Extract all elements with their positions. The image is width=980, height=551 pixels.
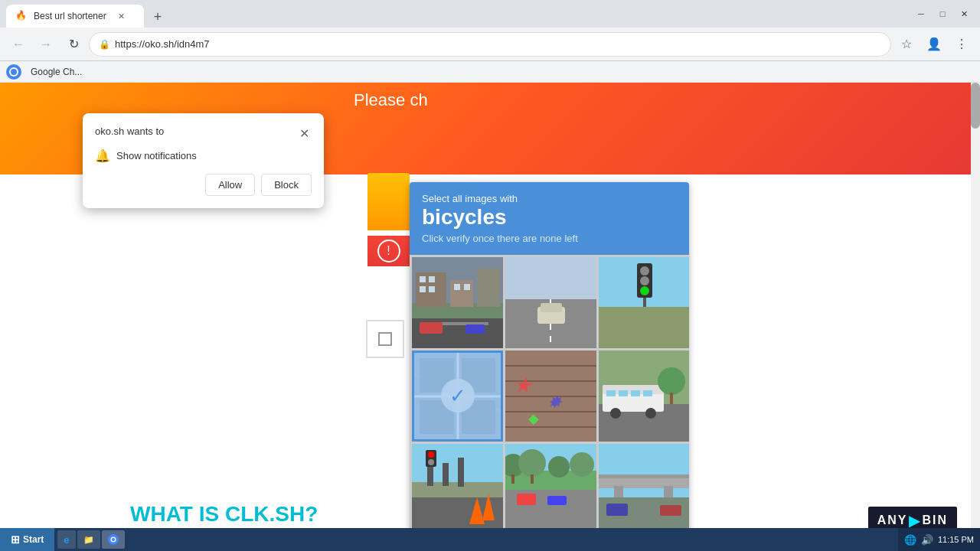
captcha-cell-7[interactable]: [412, 444, 503, 535]
svg-rect-83: [511, 474, 514, 484]
svg-text:★: ★: [513, 373, 534, 397]
clock: 11:15 PM: [938, 535, 974, 544]
svg-point-59: [645, 408, 656, 419]
tab-favicon: 🔥: [15, 10, 28, 22]
svg-rect-32: [412, 350, 503, 442]
svg-point-2: [11, 69, 17, 75]
svg-text:◆: ◆: [528, 411, 539, 426]
popup-close-button[interactable]: ✕: [296, 126, 312, 141]
svg-point-31: [641, 287, 648, 295]
svg-point-81: [548, 456, 570, 478]
what-is-heading: WHAT IS CLK.SH?: [130, 502, 318, 527]
captcha-cell-2[interactable]: [505, 257, 596, 348]
popup-content: 🔔 Show notifications: [95, 148, 312, 163]
captcha-cell-5[interactable]: ★ ✸ ◆: [505, 350, 596, 442]
svg-rect-78: [570, 494, 590, 505]
bell-icon: 🔔: [95, 148, 110, 163]
svg-rect-63: [412, 482, 503, 497]
popup-title: oko.sh wants to: [95, 126, 164, 137]
captcha-image-5: ★ ✸ ◆: [505, 350, 596, 442]
svg-rect-87: [599, 474, 689, 478]
captcha-subtext: Click verify once there are none left: [422, 233, 677, 244]
captcha-cell-1[interactable]: [412, 257, 503, 348]
browser-window: 🔥 Best url shortener ✕ + ─ □ ✕ ← → ↻ 🔒 h…: [0, 0, 980, 551]
chrome-taskbar-icon: [108, 534, 119, 545]
start-button[interactable]: ⊞ Start: [0, 528, 54, 551]
captcha-cell-3[interactable]: [599, 257, 689, 348]
svg-rect-92: [660, 505, 681, 516]
account-button[interactable]: 👤: [922, 32, 946, 57]
svg-rect-37: [462, 358, 495, 393]
popup-permission-text: Show notifications: [116, 150, 197, 161]
menu-button[interactable]: ⋮: [949, 32, 974, 57]
checkbox-area: [366, 320, 404, 358]
checkbox[interactable]: [378, 332, 392, 346]
svg-point-60: [658, 367, 685, 395]
svg-rect-13: [429, 286, 435, 292]
bookmark-button[interactable]: ☆: [894, 32, 919, 57]
notification-popup: oko.sh wants to ✕ 🔔 Show notifications A…: [83, 113, 324, 208]
svg-line-35: [412, 373, 503, 412]
captcha-image-7: [412, 444, 503, 535]
svg-rect-77: [547, 496, 567, 505]
please-text: Please ch: [354, 90, 428, 110]
taskbar-item-explorer[interactable]: 📁: [77, 530, 100, 549]
svg-rect-22: [541, 303, 562, 312]
lock-icon: 🔒: [99, 39, 110, 50]
start-label: Start: [23, 534, 44, 545]
svg-rect-84: [531, 474, 534, 484]
svg-point-82: [570, 452, 594, 477]
refresh-button[interactable]: ↻: [61, 32, 86, 57]
taskbar: ⊞ Start e 📁 🌐 🔊 11:15 PM: [0, 528, 980, 551]
tab-close-button[interactable]: ✕: [116, 10, 128, 22]
svg-rect-61: [670, 393, 673, 404]
block-button[interactable]: Block: [261, 174, 312, 196]
svg-rect-14: [454, 284, 460, 290]
title-bar: 🔥 Best url shortener ✕ + ─ □ ✕: [0, 0, 980, 28]
svg-point-80: [518, 449, 546, 477]
checkmark-overlay: ✓: [441, 379, 475, 412]
address-bar[interactable]: 🔒 https://oko.sh/idn4m7: [89, 32, 891, 57]
active-tab[interactable]: 🔥 Best url shortener ✕: [6, 5, 144, 28]
captcha-cell-4[interactable]: ✓: [412, 350, 503, 442]
logo-text: ANY: [877, 514, 908, 527]
svg-rect-9: [477, 269, 500, 307]
scrollbar[interactable]: [971, 83, 980, 549]
svg-rect-67: [458, 458, 464, 487]
close-button[interactable]: ✕: [954, 6, 974, 21]
svg-point-58: [610, 408, 621, 419]
svg-point-72: [428, 459, 434, 465]
svg-rect-25: [599, 307, 689, 348]
svg-rect-39: [462, 400, 495, 434]
maximize-button[interactable]: □: [933, 6, 952, 21]
banner-yellow: [368, 173, 410, 230]
forward-button[interactable]: →: [34, 32, 58, 57]
minimize-button[interactable]: ─: [911, 6, 931, 21]
svg-rect-57: [643, 390, 652, 396]
new-tab-button[interactable]: +: [147, 6, 168, 28]
svg-rect-17: [466, 324, 485, 334]
captcha-image-2: [505, 257, 596, 348]
captcha-image-3: [599, 257, 689, 348]
svg-rect-16: [420, 322, 443, 334]
captcha-subject: bicycles: [422, 206, 677, 230]
svg-point-29: [640, 276, 649, 285]
svg-rect-23: [505, 257, 596, 299]
taskbar-item-chrome[interactable]: [102, 530, 125, 549]
allow-button[interactable]: Allow: [205, 174, 255, 196]
svg-rect-15: [464, 284, 470, 290]
chrome-logo: [6, 63, 24, 81]
windows-icon: ⊞: [11, 533, 20, 546]
captcha-cell-9[interactable]: [599, 444, 689, 535]
window-controls: ─ □ ✕: [911, 6, 974, 21]
captcha-cell-8[interactable]: [505, 444, 596, 535]
svg-rect-76: [517, 494, 536, 505]
back-button[interactable]: ←: [6, 32, 31, 57]
scrollbar-thumb[interactable]: [971, 83, 980, 129]
logo-suffix: BIN: [922, 514, 948, 527]
captcha-image-8: [505, 444, 596, 535]
captcha-image-9: [599, 444, 689, 535]
taskbar-item-ie[interactable]: e: [57, 530, 75, 549]
captcha-cell-6[interactable]: [599, 350, 689, 442]
banner-red: !: [368, 236, 410, 266]
